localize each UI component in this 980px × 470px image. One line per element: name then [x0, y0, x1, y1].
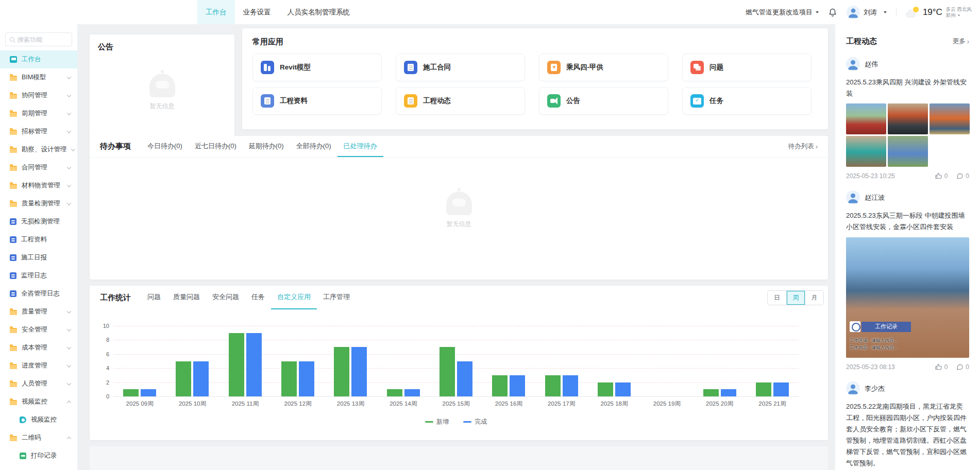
- chevron-up-icon: [67, 437, 71, 441]
- todo-tab-全部待办(0)[interactable]: 全部待办(0): [290, 136, 337, 157]
- post-photo[interactable]: [888, 103, 928, 134]
- legend-item-新增[interactable]: 新增: [425, 417, 449, 426]
- bar-新增: [598, 382, 613, 396]
- stats-tab-安全问题[interactable]: 安全问题: [206, 286, 245, 309]
- sidebar-item-招标管理[interactable]: 招标管理: [0, 123, 77, 141]
- y-tick-label: 6: [106, 351, 109, 357]
- bar-group: [535, 326, 588, 396]
- post-photo[interactable]: [846, 136, 886, 167]
- sidebar-item-视频监控[interactable]: 视频监控: [0, 393, 77, 411]
- like-button[interactable]: 0: [935, 172, 948, 180]
- app-card-乘风四-甲供[interactable]: 乘风四-甲供: [539, 54, 668, 81]
- post-photo[interactable]: [930, 103, 970, 134]
- common-apps-title: 常用应用: [252, 37, 818, 47]
- avatar: [846, 381, 860, 395]
- sidebar-item-质量管理[interactable]: 质量管理: [0, 303, 77, 321]
- post-photo[interactable]: [888, 136, 928, 167]
- sidebar-item-人员管理[interactable]: 人员管理: [0, 375, 77, 393]
- project-selector[interactable]: 燃气管道更新改造项目: [746, 8, 819, 17]
- sidebar-item-监理日志[interactable]: 监理日志: [0, 267, 77, 285]
- sidebar-item-协同管理[interactable]: 协同管理: [0, 86, 77, 105]
- sidebar-item-成本管理[interactable]: 成本管理: [0, 339, 77, 357]
- todo-tab-近七日待办(0)[interactable]: 近七日待办(0): [189, 136, 243, 157]
- folder-icon: [10, 94, 17, 99]
- app-label: 问题: [709, 63, 723, 72]
- sidebar-search[interactable]: [5, 32, 72, 46]
- sidebar-item-安全管理[interactable]: 安全管理: [0, 321, 77, 339]
- sidebar-item-无损检测管理[interactable]: 无损检测管理: [0, 213, 77, 231]
- bar-group: [430, 326, 482, 396]
- activity-more-link[interactable]: 更多›: [953, 37, 969, 46]
- legend-item-完成[interactable]: 完成: [463, 417, 487, 426]
- bar-group: [113, 326, 166, 396]
- todo-tab-今日待办(0)[interactable]: 今日待办(0): [141, 136, 189, 157]
- sidebar-item-全咨管理日志[interactable]: 全咨管理日志: [0, 285, 77, 303]
- sidebar-item-视频监控[interactable]: 视频监控: [0, 411, 77, 429]
- weather-city-selector[interactable]: 郑州: [946, 12, 972, 19]
- period-周[interactable]: 周: [786, 291, 805, 305]
- bar-group: [640, 326, 693, 396]
- bar-完成: [510, 375, 525, 396]
- bar-完成: [773, 382, 789, 396]
- tab-工作台[interactable]: 工作台: [197, 0, 235, 24]
- weather-temperature: 19°C: [923, 7, 942, 18]
- stats-tab-问题[interactable]: 问题: [141, 286, 167, 309]
- stats-tab-质量问题[interactable]: 质量问题: [167, 286, 206, 309]
- sidebar-item-label: 进度管理: [22, 361, 47, 370]
- sidebar-item-勘察、设计管理[interactable]: 勘察、设计管理: [0, 141, 77, 159]
- app-card-任务[interactable]: 任务: [682, 87, 812, 115]
- todo-list-link[interactable]: 待办列表›: [788, 142, 818, 151]
- avatar: [846, 57, 860, 71]
- like-button[interactable]: 0: [935, 363, 948, 371]
- period-月[interactable]: 月: [805, 291, 823, 305]
- stats-tab-自定义应用[interactable]: 自定义应用: [271, 286, 317, 309]
- comment-button[interactable]: 0: [956, 363, 969, 371]
- gi-task-icon: [690, 94, 704, 108]
- work-stats-card: 工作统计 问题质量问题安全问题任务自定义应用工序管理 日周月 0246810 2…: [90, 286, 828, 440]
- bar-group: [166, 326, 218, 396]
- sidebar-item-打印记录[interactable]: 打印记录: [0, 447, 77, 465]
- search-input[interactable]: [18, 36, 67, 43]
- todo-tab-延期待办(0)[interactable]: 延期待办(0): [243, 136, 290, 157]
- sidebar-item-工作台[interactable]: 工作台: [0, 50, 77, 68]
- app-card-工程资料[interactable]: 工程资料: [252, 87, 382, 115]
- sidebar-item-材料物资管理[interactable]: 材料物资管理: [0, 177, 77, 195]
- bar-新增: [492, 375, 508, 396]
- notification-bell-icon[interactable]: [828, 7, 837, 17]
- sidebar-item-label: 合同管理: [22, 163, 47, 172]
- bar-group: [272, 326, 324, 396]
- post-photo[interactable]: [846, 103, 886, 134]
- period-日[interactable]: 日: [768, 291, 786, 305]
- sidebar-item-label: 成本管理: [22, 343, 47, 352]
- user-menu[interactable]: 刘涛: [847, 6, 887, 19]
- sidebar-item-label: 质量管理: [22, 307, 47, 316]
- bar-group: [482, 326, 535, 396]
- stats-tab-任务[interactable]: 任务: [245, 286, 271, 309]
- sidebar-item-二维码[interactable]: 二维码: [0, 429, 77, 447]
- tab-人员实名制管理系统[interactable]: 人员实名制管理系统: [279, 0, 359, 24]
- sidebar-item-质量检测管理[interactable]: 质量检测管理: [0, 195, 77, 213]
- comment-button[interactable]: 0: [956, 172, 969, 180]
- sidebar-item-施工日报[interactable]: 施工日报: [0, 249, 77, 267]
- x-tick-label: 2025 18周: [588, 400, 640, 408]
- app-card-Revit模型[interactable]: Revit模型: [252, 54, 382, 81]
- post-photo-large[interactable]: 工作记录工作区域：请输入内容…工作内容：请输入内容…: [846, 237, 969, 358]
- app-card-公告[interactable]: 公告: [539, 87, 668, 115]
- sidebar-item-合同管理[interactable]: 合同管理: [0, 159, 77, 177]
- app-card-问题[interactable]: 问题: [682, 54, 812, 81]
- app-card-施工合同[interactable]: 施工合同: [396, 54, 525, 81]
- app-card-工程动态[interactable]: 工程动态: [396, 87, 525, 115]
- bar-group: [693, 326, 746, 396]
- sidebar-item-BIM模型[interactable]: BIM模型: [0, 68, 77, 86]
- bar-group: [746, 326, 799, 396]
- sidebar-item-进度管理[interactable]: 进度管理: [0, 357, 77, 375]
- stats-tab-工序管理[interactable]: 工序管理: [317, 286, 356, 309]
- common-apps-card: 常用应用 Revit模型施工合同乘风四-甲供问题工程资料工程动态公告任务: [242, 28, 828, 129]
- sidebar-item-前期管理[interactable]: 前期管理: [0, 105, 77, 123]
- sidebar-item-工程资料[interactable]: 工程资料: [0, 231, 77, 249]
- y-tick-label: 4: [106, 365, 109, 371]
- bar-chart: 0246810: [113, 326, 799, 396]
- empty-text: 暂无信息: [98, 102, 226, 111]
- tab-业务设置[interactable]: 业务设置: [235, 0, 279, 24]
- todo-tab-已处理待办[interactable]: 已处理待办: [337, 136, 383, 157]
